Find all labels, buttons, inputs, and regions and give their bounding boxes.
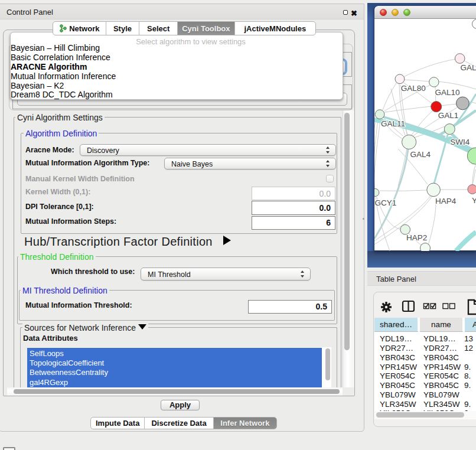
svg-text:HAP2: HAP2 [406, 233, 427, 242]
svg-text:GCY1: GCY1 [375, 198, 397, 207]
svg-text:GAL7: GAL7 [461, 63, 476, 72]
svg-text:GAL4: GAL4 [410, 150, 431, 159]
svg-text:GAL10: GAL10 [435, 88, 460, 97]
svg-text:GAL11: GAL11 [381, 119, 405, 128]
svg-text:GAL80: GAL80 [401, 84, 426, 93]
svg-text:Y: Y [472, 196, 476, 205]
svg-text:SWI4: SWI4 [450, 138, 470, 146]
svg-text:HAP4: HAP4 [435, 197, 457, 206]
svg-text:GAL1: GAL1 [438, 111, 459, 120]
